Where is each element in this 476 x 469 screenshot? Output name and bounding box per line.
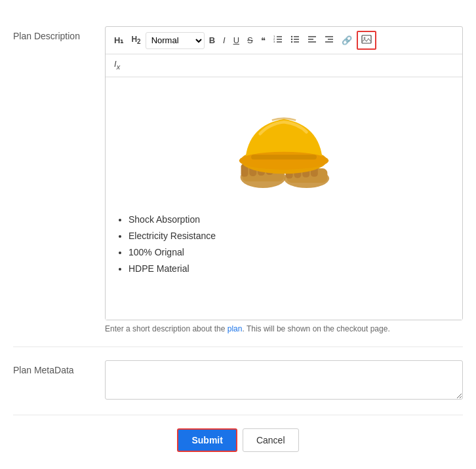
link-icon: 🔗 [342,35,352,45]
plan-metadata-row: Plan MetaData [13,347,463,415]
clear-format-label: Ix [114,59,120,71]
italic-label: I [223,35,226,45]
bold-button[interactable]: B [206,33,218,47]
svg-point-33 [239,151,328,169]
h2-label: H2 [131,35,140,45]
svg-point-10 [291,39,292,40]
bullet-item-1: Electricity Resistance [129,231,216,241]
list-item: 100% Orignal [129,244,452,261]
list-item: Electricity Resistance [129,228,452,244]
h1-label: H₁ [114,35,123,45]
svg-point-9 [291,36,292,37]
svg-rect-18 [362,35,371,43]
align-right-label [325,35,334,46]
hint-before: Enter a short description about the [105,324,228,333]
svg-text:3.: 3. [273,40,275,43]
bullet-item-3: HDPE Material [129,263,189,274]
editor-content-area[interactable]: Shock Absorption Electricity Resistance … [106,77,462,320]
bold-label: B [209,35,215,45]
bullet-item-2: 100% Orignal [129,247,184,257]
unordered-list-button[interactable] [287,33,303,48]
cancel-button[interactable]: Cancel [243,428,299,452]
svg-point-11 [291,41,292,43]
submit-label: Submit [191,435,222,445]
quote-label: ❝ [261,35,266,45]
editor-toolbar: H₁ H2 Normal Heading 1 Heading 2 Heading… [106,27,462,54]
plan-description-row: Plan Description H₁ H2 Normal Heading 1 … [13,13,463,347]
format-select[interactable]: Normal Heading 1 Heading 2 Heading 3 [146,32,205,49]
editor-image [115,87,452,198]
hint-text: Enter a short description about the plan… [105,324,463,333]
strikethrough-label: S [247,35,253,45]
link-button[interactable]: 🔗 [338,33,355,47]
metadata-textarea[interactable] [105,360,463,400]
plan-metadata-label: Plan MetaData [13,360,105,377]
plan-metadata-text: Plan MetaData [13,365,74,375]
h1-button[interactable]: H₁ [111,33,127,47]
image-icon [361,34,372,47]
hardhat-illustration [218,87,349,198]
svg-rect-34 [251,155,317,159]
clear-format-button[interactable]: Ix [111,57,123,73]
align-left-button[interactable] [304,33,320,48]
image-button[interactable] [357,31,376,50]
plan-description-field: H₁ H2 Normal Heading 1 Heading 2 Heading… [105,26,463,333]
plan-description-text: Plan Description [13,31,80,41]
underline-button[interactable]: U [230,33,243,47]
cancel-label: Cancel [256,435,285,445]
strikethrough-button[interactable]: S [244,33,256,47]
align-left-label [307,35,317,46]
svg-point-19 [363,37,365,39]
h2-button[interactable]: H2 [128,33,144,47]
hint-highlight: plan [228,324,243,333]
bullet-item-0: Shock Absorption [129,214,200,225]
plan-description-label: Plan Description [13,26,105,43]
plan-metadata-field [105,360,463,402]
feature-list: Shock Absorption Electricity Resistance … [129,212,452,278]
ordered-list-button[interactable]: 1.2.3. [270,33,286,48]
ol-label: 1.2.3. [273,35,283,46]
toolbar-row-2: Ix [106,54,462,77]
align-right-button[interactable] [321,33,337,48]
list-item: Shock Absorption [129,212,452,228]
button-row: Submit Cancel [13,415,463,465]
form-container: Plan Description H₁ H2 Normal Heading 1 … [0,13,476,465]
ul-label [290,35,300,46]
italic-button[interactable]: I [220,33,229,47]
list-item: HDPE Material [129,261,452,277]
hint-after: . This will be shown on the checkout pag… [242,324,389,333]
submit-button[interactable]: Submit [177,428,237,452]
rich-text-editor: H₁ H2 Normal Heading 1 Heading 2 Heading… [105,26,463,320]
underline-label: U [233,35,239,45]
quote-button[interactable]: ❝ [258,33,269,47]
